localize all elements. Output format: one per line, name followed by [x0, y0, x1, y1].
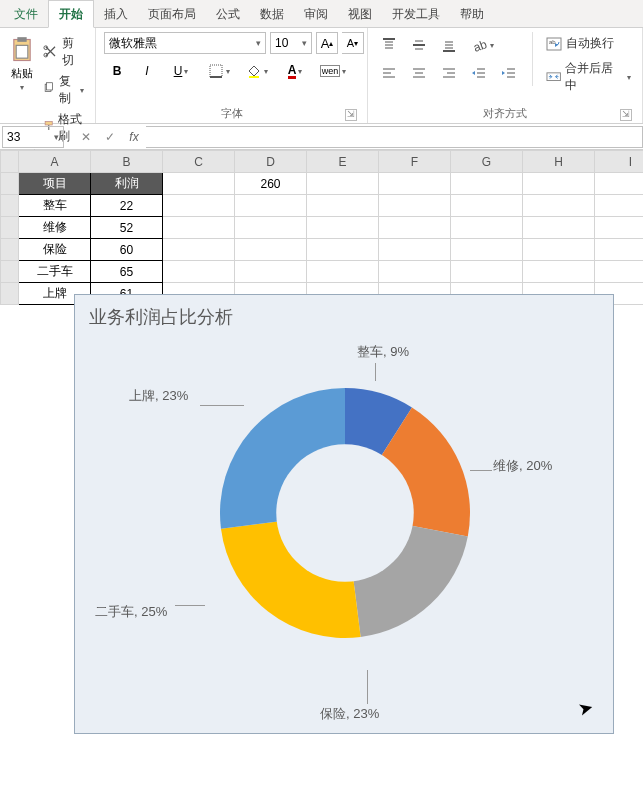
col-I[interactable]: I — [595, 151, 644, 173]
tab-formulas[interactable]: 公式 — [206, 1, 250, 27]
border-button[interactable]: ▾ — [202, 60, 236, 82]
font-name-combo[interactable]: 微软雅黑▾ — [104, 32, 266, 54]
col-G[interactable]: G — [451, 151, 523, 173]
formula-bar: 33▾ ✕ ✓ fx — [0, 124, 643, 150]
font-color-button[interactable]: A▾ — [278, 60, 312, 82]
copy-button[interactable]: 复制▾ — [40, 72, 87, 108]
font-dialog-launcher[interactable]: ⇲ — [345, 109, 357, 121]
fx-cancel[interactable]: ✕ — [74, 126, 98, 148]
chart-object[interactable]: 业务利润占比分析 整车, 9% 维修, 20% 保险, 23% 二手车, 25%… — [74, 294, 614, 734]
chart-label-0: 整车, 9% — [357, 343, 409, 361]
tab-layout[interactable]: 页面布局 — [138, 1, 206, 27]
svg-rect-11 — [249, 76, 259, 78]
col-A[interactable]: A — [19, 151, 91, 173]
worksheet[interactable]: A B C D E F G H I 项目 利润 260 整车 22 维修 5 — [0, 150, 643, 799]
ribbon: 粘贴 ▾ 剪切 复制▾ 格式刷 剪贴板⇲ — [0, 28, 643, 124]
alignment-dialog-launcher[interactable]: ⇲ — [620, 109, 632, 121]
italic-button[interactable]: I — [134, 60, 160, 82]
svg-rect-6 — [47, 83, 53, 90]
wrap-icon: ab — [546, 36, 562, 52]
border-icon — [208, 63, 224, 79]
cell-A2[interactable]: 整车 — [19, 195, 91, 217]
group-font: 微软雅黑▾ 10▾ A▴ A▾ B I U▾ ▾ ▾ A▾ wen▾ 字体⇲ — [96, 28, 368, 123]
chart-label-4: 上牌, 23% — [129, 387, 188, 405]
copy-label: 复制 — [59, 73, 76, 107]
tab-dev[interactable]: 开发工具 — [382, 1, 450, 27]
tab-review[interactable]: 审阅 — [294, 1, 338, 27]
cell-B2[interactable]: 22 — [91, 195, 163, 217]
donut-chart[interactable] — [195, 363, 495, 663]
tab-home[interactable]: 开始 — [48, 0, 94, 28]
align-right-button[interactable] — [436, 62, 462, 84]
cut-button[interactable]: 剪切 — [40, 34, 87, 70]
wrap-text-button[interactable]: ab 自动换行 — [543, 34, 634, 53]
bold-button[interactable]: B — [104, 60, 130, 82]
col-F[interactable]: F — [379, 151, 451, 173]
tab-view[interactable]: 视图 — [338, 1, 382, 27]
cell-A5[interactable]: 二手车 — [19, 261, 91, 283]
grid-table: A B C D E F G H I 项目 利润 260 整车 22 维修 5 — [0, 150, 643, 305]
scissors-icon — [43, 44, 58, 60]
increase-indent-button[interactable] — [496, 62, 522, 84]
ribbon-tabs: 文件 开始 插入 页面布局 公式 数据 审阅 视图 开发工具 帮助 — [0, 0, 643, 28]
svg-text:ab: ab — [472, 37, 488, 53]
group-font-label: 字体⇲ — [104, 104, 359, 123]
col-C[interactable]: C — [163, 151, 235, 173]
chart-title[interactable]: 业务利润占比分析 — [89, 305, 233, 329]
align-middle-button[interactable] — [406, 34, 432, 56]
col-H[interactable]: H — [523, 151, 595, 173]
chart-label-1: 维修, 20% — [493, 457, 552, 475]
align-left-button[interactable] — [376, 62, 402, 84]
bucket-icon — [246, 63, 262, 79]
paste-button[interactable]: 粘贴 ▾ — [8, 32, 36, 92]
group-clipboard: 粘贴 ▾ 剪切 复制▾ 格式刷 剪贴板⇲ — [0, 28, 96, 123]
increase-font-button[interactable]: A▴ — [316, 32, 338, 54]
cell-A4[interactable]: 保险 — [19, 239, 91, 261]
svg-rect-2 — [16, 45, 28, 58]
orientation-button[interactable]: ab▾ — [466, 34, 500, 56]
tab-file[interactable]: 文件 — [4, 1, 48, 27]
paste-label: 粘贴 — [11, 66, 33, 81]
cell[interactable] — [163, 173, 235, 195]
cell-B5[interactable]: 65 — [91, 261, 163, 283]
cell-A3[interactable]: 维修 — [19, 217, 91, 239]
svg-rect-7 — [45, 121, 52, 125]
merge-center-button[interactable]: 合并后居中▾ — [543, 59, 634, 95]
cell-B1[interactable]: 利润 — [91, 173, 163, 195]
tab-help[interactable]: 帮助 — [450, 1, 494, 27]
align-bottom-button[interactable] — [436, 34, 462, 56]
row-hdr[interactable] — [1, 173, 19, 195]
svg-point-42 — [276, 444, 414, 582]
cell-D1[interactable]: 260 — [235, 173, 307, 195]
font-size-combo[interactable]: 10▾ — [270, 32, 312, 54]
col-E[interactable]: E — [307, 151, 379, 173]
fill-color-button[interactable]: ▾ — [240, 60, 274, 82]
cell-A1[interactable]: 项目 — [19, 173, 91, 195]
align-center-button[interactable] — [406, 62, 432, 84]
cursor-icon: ➤ — [575, 695, 595, 720]
decrease-indent-button[interactable] — [466, 62, 492, 84]
formula-input[interactable] — [146, 126, 643, 148]
cell-B3[interactable]: 52 — [91, 217, 163, 239]
col-D[interactable]: D — [235, 151, 307, 173]
chart-label-3: 二手车, 25% — [95, 603, 167, 621]
select-all[interactable] — [1, 151, 19, 173]
copy-icon — [43, 82, 55, 98]
tab-data[interactable]: 数据 — [250, 1, 294, 27]
align-top-button[interactable] — [376, 34, 402, 56]
group-alignment-label: 对齐方式⇲ — [376, 104, 634, 123]
decrease-font-button[interactable]: A▾ — [342, 32, 364, 54]
group-alignment: ab▾ ab 自动换行 合并后居中▾ — [368, 28, 643, 123]
svg-rect-9 — [210, 65, 222, 77]
phonetic-button[interactable]: wen▾ — [316, 60, 350, 82]
name-box[interactable]: 33▾ — [2, 126, 64, 148]
cell-B4[interactable]: 60 — [91, 239, 163, 261]
underline-button[interactable]: U▾ — [164, 60, 198, 82]
cut-label: 剪切 — [62, 35, 84, 69]
chart-label-2: 保险, 23% — [320, 705, 379, 723]
merge-icon — [546, 69, 561, 85]
col-B[interactable]: B — [91, 151, 163, 173]
fx-confirm[interactable]: ✓ — [98, 126, 122, 148]
fx-button[interactable]: fx — [122, 126, 146, 148]
tab-insert[interactable]: 插入 — [94, 1, 138, 27]
